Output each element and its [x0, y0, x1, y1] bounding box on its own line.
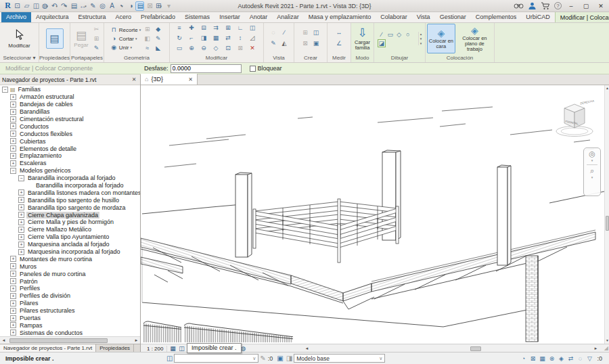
search-icon[interactable]	[514, 2, 524, 9]
offset-icon[interactable]: ⇉	[211, 24, 221, 32]
zoom-menu-caret[interactable]: ▾	[591, 175, 593, 179]
tree-toggle[interactable]: +	[10, 300, 16, 306]
select-elements-by-face-icon[interactable]: ◈	[556, 355, 566, 363]
tree-toggle[interactable]: +	[10, 138, 16, 144]
wall-joins-icon[interactable]: ≈	[142, 44, 152, 52]
tree-toggle[interactable]: +	[18, 219, 24, 225]
switch-windows-icon[interactable]: ⊞▾	[154, 1, 163, 11]
tree-toggle[interactable]: +	[18, 234, 24, 240]
design-option-select[interactable]: Modelo base ∨	[294, 354, 385, 363]
displace-elements-icon[interactable]: ◭	[279, 39, 290, 47]
tree-item[interactable]: + ▤ Barandilla listones madera con monta…	[0, 189, 140, 196]
resize-grip-icon[interactable]: ◢	[604, 345, 608, 351]
view-vertical-scrollbar[interactable]: ▲ ▼	[604, 85, 609, 344]
tree-item[interactable]: + ▤ Conductos	[0, 122, 140, 130]
maximize-button[interactable]: ▢	[581, 3, 591, 9]
draw-rectangle-icon[interactable]: ▭	[386, 30, 394, 39]
tree-toggle[interactable]: +	[10, 322, 16, 328]
tree-toggle[interactable]: +	[18, 242, 24, 248]
pin-flag-icon[interactable]: ⊡	[223, 44, 233, 52]
tree-toggle[interactable]: +	[10, 308, 16, 314]
sync-icon[interactable]: ◍▾	[41, 1, 49, 11]
unpin-icon[interactable]: ⊖	[199, 44, 209, 52]
ribbon-tab[interactable]: Masa y emplazamiento	[304, 12, 376, 22]
tree-item[interactable]: + ▤ Sistemas de conductos	[0, 329, 140, 336]
tree-item[interactable]: + ▤ Cierre Mallazo Metálico	[0, 226, 140, 233]
copy-element-icon[interactable]: ⊞	[223, 24, 233, 32]
match-type-icon[interactable]: ✎	[91, 44, 102, 52]
select-underlay-elements-icon[interactable]: ▦	[537, 355, 547, 363]
redo-icon[interactable]: ↷▾	[60, 1, 68, 11]
create-parts-icon[interactable]: ⊞	[300, 28, 311, 37]
revit-logo[interactable]: R	[3, 1, 12, 11]
cope-icon[interactable]: ⊓Recorte▾	[110, 26, 141, 35]
tree-item[interactable]: + ▤ Perfiles	[0, 285, 140, 292]
ribbon-tab[interactable]: Estructura	[74, 12, 111, 22]
cut-geometry-icon[interactable]: ◑Cortar▾	[110, 35, 141, 43]
nudge-icon[interactable]: ⇄	[223, 34, 233, 42]
view-scale-button[interactable]: 1 : 200	[143, 346, 167, 352]
tree-item[interactable]: + ▤ Elementos de detalle	[0, 145, 140, 152]
pick-face-icon[interactable]: ◪	[378, 39, 386, 47]
inactive-view-icon[interactable]: ⊠	[145, 1, 154, 11]
text-icon[interactable]: A	[107, 1, 116, 11]
measure-icon[interactable]: ↔▾	[78, 1, 87, 11]
draw-polygon-icon[interactable]: ◇	[395, 30, 403, 39]
tree-item[interactable]: + ▤ Paneles de muro cortina	[0, 270, 140, 277]
app-store-cart-icon[interactable]	[541, 2, 550, 10]
tree-item[interactable]: + ▤ Muros	[0, 263, 140, 270]
tree-item[interactable]: + ▤ Armazón estructural	[0, 93, 140, 101]
split-face-icon[interactable]: ✎	[153, 35, 163, 43]
draw-line-icon[interactable]: ∕	[378, 30, 386, 39]
tree-toggle[interactable]: +	[10, 153, 16, 159]
tree-toggle[interactable]: +	[10, 101, 16, 108]
select-pinned-elements-icon[interactable]: ⊗	[547, 355, 556, 363]
tree-item[interactable]: + ▤ Bandejas de cables	[0, 101, 140, 108]
tree-toggle[interactable]: +	[18, 227, 24, 233]
close-icon[interactable]: ✕	[188, 76, 193, 83]
tree-toggle[interactable]: +	[10, 145, 16, 152]
pin-icon[interactable]: ⊕	[187, 44, 197, 52]
tree-item[interactable]: + ▤ Puertas	[0, 315, 140, 322]
ribbon-tab[interactable]: Acero	[111, 12, 137, 22]
tree-toggle[interactable]: +	[18, 197, 24, 203]
move-icon[interactable]: ✚	[187, 24, 197, 32]
design-options-icon[interactable]: ▣	[277, 355, 283, 362]
tree-item[interactable]: + ▤ Cierre Malla y pies de hormigón	[0, 219, 140, 226]
mirror-pick-axis-icon[interactable]: ◫	[248, 24, 258, 32]
tree-toggle[interactable]: +	[10, 329, 16, 336]
panel-label-select[interactable]: Seleccionar ▾	[0, 54, 39, 62]
tree-toggle[interactable]: +	[10, 315, 16, 321]
tree-item[interactable]: − ▤ Familias	[0, 86, 140, 93]
detail-level-icon[interactable]: ▦	[168, 345, 177, 352]
array-icon[interactable]: ▦	[211, 34, 221, 42]
tree-item[interactable]: + ▤ Patrón	[0, 277, 140, 285]
aligned-dimension-icon[interactable]: ✎	[88, 1, 97, 11]
tree-toggle[interactable]: −	[18, 175, 24, 181]
tree-toggle[interactable]: +	[18, 212, 24, 218]
ribbon-tab[interactable]: Prefabricado	[136, 12, 180, 22]
help-icon[interactable]: ?	[554, 2, 562, 9]
tree-toggle[interactable]: +	[10, 271, 16, 277]
paste-button[interactable]: ▤ Pegar	[72, 24, 90, 53]
tree-item[interactable]: ▤ Barandilla incorporada al forjado	[0, 182, 140, 189]
tree-toggle[interactable]: +	[10, 123, 16, 129]
section-icon[interactable]: ◑	[126, 1, 135, 11]
lock-checkbox[interactable]	[250, 66, 256, 72]
select-links-icon[interactable]: ⊠	[528, 355, 537, 363]
ribbon-tab[interactable]: UrbiCAD	[521, 12, 555, 22]
tree-toggle[interactable]: +	[10, 263, 16, 269]
navigation-bar[interactable]: ◎ ▾ ⌕ ▾	[583, 147, 601, 196]
3d-canvas[interactable]: FRONTAL DERECHA ◎ ▾ ⌕ ▾ ▲ ▼	[141, 85, 609, 344]
tree-item[interactable]: + ▤ Conductos flexibles	[0, 130, 140, 137]
tree-toggle[interactable]: −	[2, 87, 8, 93]
undo-icon[interactable]: ↶▾	[50, 1, 59, 11]
tree-toggle[interactable]: +	[10, 286, 16, 292]
minimize-button[interactable]: –	[566, 3, 577, 9]
tree-item[interactable]: + ▤ Perfiles de división	[0, 292, 140, 300]
override-graphics-icon[interactable]: ✎	[269, 39, 279, 47]
tree-toggle[interactable]: +	[10, 94, 16, 100]
file-window-icon[interactable]: ⊡	[12, 1, 21, 11]
modify-button[interactable]: Modificar	[1, 24, 37, 53]
tree-toggle[interactable]: +	[10, 131, 16, 137]
